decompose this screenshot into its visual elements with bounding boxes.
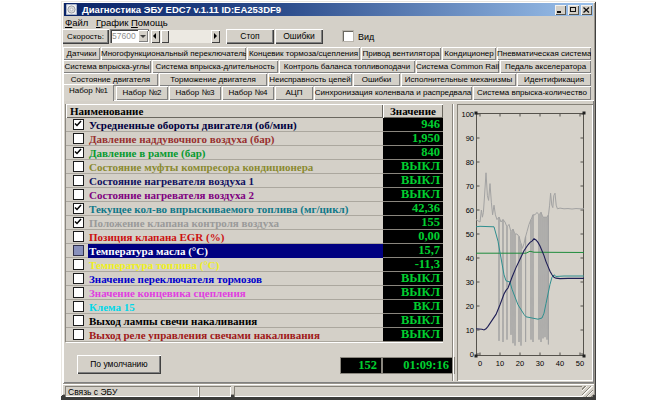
svg-text:10: 10 (496, 359, 504, 368)
svg-text:20: 20 (466, 302, 474, 311)
svg-text:80: 80 (466, 158, 474, 167)
svg-text:40: 40 (466, 254, 474, 263)
svg-text:60: 60 (466, 206, 474, 215)
svg-text:30: 30 (466, 278, 474, 287)
svg-text:90: 90 (466, 134, 474, 143)
svg-text:50: 50 (576, 359, 584, 368)
svg-text:30: 30 (536, 359, 544, 368)
svg-text:70: 70 (466, 182, 474, 191)
svg-text:50: 50 (466, 230, 474, 239)
svg-text:40: 40 (556, 359, 564, 368)
svg-text:0: 0 (478, 359, 482, 368)
svg-text:0: 0 (470, 350, 474, 359)
svg-text:20: 20 (516, 359, 524, 368)
svg-text:10: 10 (466, 326, 474, 335)
svg-text:100: 100 (461, 110, 474, 119)
